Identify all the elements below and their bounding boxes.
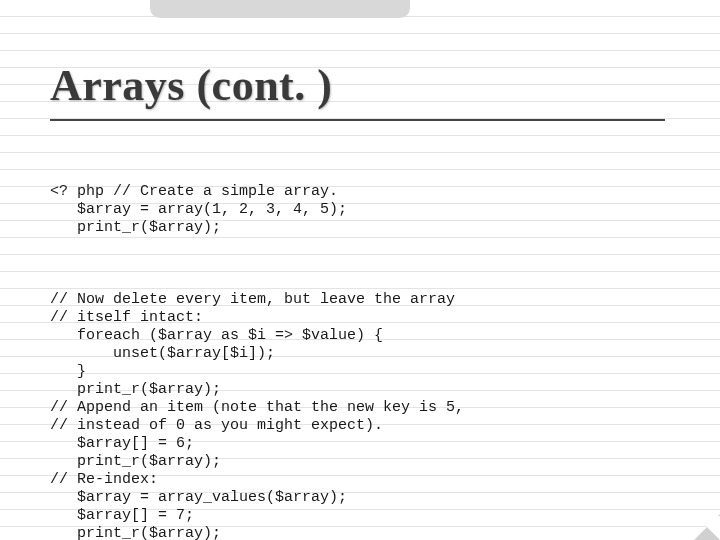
- slide-tab-decoration: [150, 0, 410, 18]
- slide-title: Arrays (cont. ): [50, 60, 690, 115]
- code-block-2: // Now delete every item, but leave the …: [50, 291, 690, 540]
- slide-body: Arrays (cont. ) <? php // Create a simpl…: [50, 60, 690, 520]
- page-corner-decoration: [694, 514, 720, 540]
- code-block-1: <? php // Create a simple array. $array …: [50, 183, 690, 237]
- code-block-2-text: // Now delete every item, but leave the …: [50, 291, 464, 540]
- code-area: <? php // Create a simple array. $array …: [50, 147, 690, 540]
- title-underline: [50, 119, 665, 121]
